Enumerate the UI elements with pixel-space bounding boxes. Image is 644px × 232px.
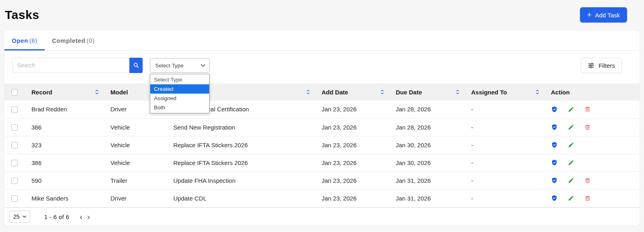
row-checkbox[interactable]	[11, 195, 18, 202]
row-checkbox[interactable]	[11, 124, 18, 131]
dropdown-option-select-type[interactable]: Select Type	[150, 75, 209, 84]
type-dropdown: Select TypeCreatedAssignedBoth	[150, 74, 210, 113]
pencil-icon	[568, 159, 574, 166]
table-row: 386VehicleSend New RegistrationJan 23, 2…	[4, 118, 640, 136]
tab-completed[interactable]: Completed(0)	[45, 31, 102, 50]
table-row: 590TrailerUpdate FHA InspectionJan 23, 2…	[4, 171, 640, 189]
next-page-button[interactable]: ›	[87, 213, 90, 221]
table-row: Brad ReddenDriverUpdate Medical Certific…	[4, 100, 640, 118]
column-label: Assigned To	[471, 89, 507, 96]
delete-task-button[interactable]	[584, 177, 591, 184]
sort-icon	[536, 89, 539, 95]
row-checkbox[interactable]	[11, 178, 18, 184]
cell-add-date: Jan 23, 2026	[322, 106, 357, 113]
pencil-icon	[568, 124, 574, 130]
complete-task-button[interactable]	[551, 141, 558, 148]
add-task-button[interactable]: + Add Task	[580, 7, 627, 23]
select-all-checkbox[interactable]	[11, 89, 18, 96]
row-checkbox[interactable]	[11, 107, 18, 113]
shield-check-icon	[551, 106, 558, 113]
cell-assigned-to: -	[471, 142, 473, 148]
tab-open-label: Open	[12, 37, 28, 44]
cell-model: Driver	[110, 195, 127, 202]
edit-task-button[interactable]	[568, 106, 574, 113]
table-row: Mike SandersDriverUpdate CDLJan 23, 2026…	[4, 189, 640, 207]
cell-task: Replace IFTA Stickers 2026	[173, 159, 248, 166]
cell-add-date: Jan 23, 2026	[322, 124, 357, 131]
type-select-value: Select Type	[155, 63, 183, 69]
cell-add-date: Jan 23, 2026	[322, 142, 357, 148]
plus-icon: +	[587, 11, 592, 19]
trash-icon	[584, 106, 591, 113]
sort-icon	[95, 89, 99, 95]
shield-check-icon	[551, 159, 558, 166]
dropdown-option-assigned[interactable]: Assigned	[150, 94, 209, 103]
search-input[interactable]	[12, 58, 129, 73]
page-title: Tasks	[5, 8, 39, 22]
tab-open[interactable]: Open(6)	[4, 31, 45, 50]
cell-task: Update FHA Inspection	[173, 177, 235, 184]
prev-page-button[interactable]: ‹	[80, 213, 83, 221]
dropdown-option-both[interactable]: Both	[150, 103, 209, 112]
edit-task-button[interactable]	[568, 124, 574, 130]
cell-add-date: Jan 23, 2026	[322, 195, 357, 202]
cell-due-date: Jan 30, 2026	[396, 142, 431, 148]
cell-add-date: Jan 23, 2026	[322, 177, 357, 184]
page: Tasks + Add Task Open(6) Completed(0)	[0, 0, 644, 226]
cell-model: Driver	[110, 106, 127, 113]
edit-task-button[interactable]	[568, 177, 574, 184]
complete-task-button[interactable]	[551, 123, 558, 131]
cell-record: 323	[31, 142, 42, 148]
pagination-range: 1 - 6 of 6	[44, 213, 69, 220]
search-button[interactable]	[129, 58, 143, 73]
pencil-icon	[568, 195, 574, 201]
complete-task-button[interactable]	[551, 159, 558, 166]
cell-task: Send New Registration	[173, 124, 235, 131]
cell-due-date: Jan 31, 2026	[396, 195, 431, 202]
tab-completed-label: Completed	[52, 37, 85, 44]
edit-task-button[interactable]	[568, 142, 574, 148]
delete-task-button[interactable]	[584, 195, 591, 202]
shield-check-icon	[551, 177, 558, 184]
trash-icon	[584, 195, 591, 202]
edit-task-button[interactable]	[568, 195, 574, 201]
complete-task-button[interactable]	[551, 177, 558, 184]
cell-task: Replace IFTA Stickers 2026	[173, 142, 248, 148]
dropdown-option-created[interactable]: Created	[150, 84, 209, 94]
row-checkbox[interactable]	[11, 142, 18, 148]
pencil-icon	[568, 177, 574, 184]
column-label: Model	[110, 89, 128, 96]
search-group	[12, 58, 143, 73]
sort-icon	[306, 89, 310, 95]
sort-icon	[380, 89, 384, 95]
cell-task: Update CDL	[173, 195, 207, 202]
column-header-assigned-to[interactable]: Assigned To	[464, 84, 544, 100]
delete-task-button[interactable]	[584, 106, 591, 113]
column-header-due-date[interactable]: Due Date	[389, 84, 464, 100]
cell-assigned-to: -	[471, 124, 473, 131]
tasks-table: RecordModelTaskAdd DateDue DateAssigned …	[4, 84, 640, 207]
cell-due-date: Jan 31, 2026	[396, 177, 431, 184]
complete-task-button[interactable]	[551, 106, 558, 113]
complete-task-button[interactable]	[551, 194, 558, 202]
filters-button[interactable]: Filters	[581, 58, 622, 73]
table-row: 323VehicleReplace IFTA Stickers 2026Jan …	[4, 136, 640, 154]
tab-open-count: (6)	[29, 37, 37, 44]
shield-check-icon	[551, 194, 558, 202]
cell-record: Mike Sanders	[31, 195, 69, 202]
search-icon	[133, 62, 139, 69]
sort-icon	[456, 89, 459, 95]
column-header-record[interactable]: Record	[25, 84, 104, 100]
page-size-select[interactable]: 25	[9, 211, 30, 223]
cell-model: Vehicle	[110, 142, 130, 148]
delete-task-button[interactable]	[584, 124, 591, 131]
page-header: Tasks + Add Task	[0, 0, 644, 31]
type-select[interactable]: Select Type	[150, 58, 210, 73]
column-header-add-date[interactable]: Add Date	[315, 84, 389, 100]
row-checkbox[interactable]	[11, 160, 18, 166]
filters-icon	[588, 62, 594, 69]
cell-model: Vehicle	[110, 124, 130, 131]
cell-assigned-to: -	[471, 195, 473, 202]
edit-task-button[interactable]	[568, 159, 574, 166]
pencil-icon	[568, 142, 574, 148]
